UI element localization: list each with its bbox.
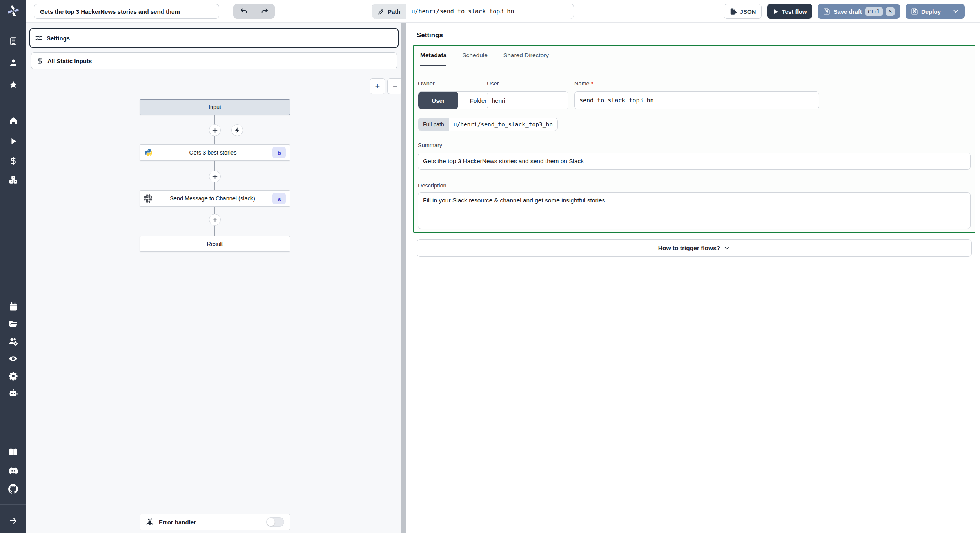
pencil-icon [378, 8, 385, 15]
runs-play-icon[interactable] [0, 133, 26, 149]
user-input[interactable] [487, 91, 568, 109]
groups-users-gear-icon[interactable] [0, 333, 26, 349]
save-draft-button[interactable]: Save draft Ctrl S [818, 4, 900, 19]
tab-shared-directory[interactable]: Shared Directory [503, 46, 549, 66]
path-value: u/henri/send_to_slack_top3_hn [406, 4, 520, 19]
flow-input-node[interactable]: Input [140, 99, 290, 115]
plus-icon [212, 173, 218, 180]
owner-option-user[interactable]: User [418, 92, 458, 109]
how-to-trigger-expander[interactable]: How to trigger flows? [417, 239, 972, 257]
name-label: Name* [574, 80, 593, 87]
user-label: User [487, 80, 499, 87]
test-flow-button[interactable]: Test flow [767, 4, 812, 19]
settings-tabbar: Metadata Schedule Shared Directory [414, 46, 975, 66]
zoom-in-button[interactable]: + [370, 78, 385, 94]
undo-button[interactable] [233, 4, 254, 19]
toggle-knob [267, 518, 275, 526]
button-divider [947, 7, 947, 16]
app-sidebar [0, 0, 26, 533]
all-static-inputs-label: All Static Inputs [47, 58, 92, 64]
resources-boxes-icon[interactable] [0, 172, 26, 187]
save-icon [823, 8, 830, 15]
deploy-button[interactable]: Deploy [906, 4, 965, 19]
summary-label: Summary [418, 142, 442, 148]
plus-icon [212, 127, 218, 134]
workspace-building-icon[interactable] [0, 33, 26, 49]
save-icon [911, 8, 918, 15]
slack-icon [144, 194, 152, 203]
tab-schedule[interactable]: Schedule [462, 46, 488, 66]
step-node-label: Send Message to Channel (slack) [152, 195, 272, 202]
play-icon [773, 9, 779, 15]
flow-summary-input[interactable] [34, 4, 219, 19]
variables-dollar-icon[interactable] [0, 153, 26, 169]
bug-icon [145, 518, 154, 526]
insert-step-button[interactable] [209, 124, 221, 136]
chevron-down-icon[interactable] [952, 8, 959, 15]
schedules-calendar-icon[interactable] [0, 299, 26, 315]
kbd-s: S [886, 7, 895, 16]
flow-settings-label: Settings [47, 35, 70, 42]
workers-bot-icon[interactable] [0, 385, 26, 401]
result-node-label: Result [207, 241, 223, 247]
trigger-zap-button[interactable] [231, 124, 243, 136]
github-icon[interactable] [0, 481, 26, 497]
insert-step-button[interactable] [209, 171, 221, 182]
description-label: Description [418, 182, 446, 189]
python-icon [144, 148, 153, 157]
tab-metadata[interactable]: Metadata [420, 46, 446, 66]
pane-resize-handle[interactable] [401, 23, 406, 533]
folders-icon[interactable] [0, 316, 26, 332]
flow-path-pill[interactable]: Path u/henri/send_to_slack_top3_hn [372, 4, 574, 19]
discord-icon[interactable] [0, 463, 26, 478]
settings-gear-icon[interactable] [0, 368, 26, 384]
description-textarea[interactable]: Fill in your Slack resource & channel an… [418, 192, 971, 229]
insert-step-button[interactable] [209, 214, 221, 226]
required-asterisk: * [591, 80, 593, 87]
audit-logs-eye-icon[interactable] [0, 351, 26, 366]
deploy-label: Deploy [921, 8, 941, 15]
settings-pane: Settings Metadata Schedule Shared Direct… [406, 23, 980, 533]
windmill-logo-icon[interactable] [0, 3, 26, 19]
export-json-button[interactable]: JSON [724, 4, 762, 19]
docs-book-icon[interactable] [0, 444, 26, 460]
test-flow-label: Test flow [782, 8, 807, 15]
full-path-label: Full path [418, 118, 449, 131]
metadata-box: Metadata Schedule Shared Directory Owner… [413, 45, 975, 233]
json-button-label: JSON [740, 8, 756, 15]
sidebar-divider [0, 504, 26, 505]
zap-icon [234, 127, 240, 133]
zoom-out-button[interactable]: − [387, 78, 401, 94]
flow-settings-button[interactable]: Settings [29, 28, 399, 48]
user-icon[interactable] [0, 55, 26, 71]
name-input[interactable] [574, 91, 819, 109]
flow-step-node-b[interactable]: Gets 3 best stories b [140, 144, 290, 161]
expand-sidebar-arrow-icon[interactable] [0, 513, 26, 529]
flow-step-node-a[interactable]: Send Message to Channel (slack) a [140, 190, 290, 207]
sidebar-divider [0, 98, 26, 98]
owner-label: Owner [418, 80, 435, 87]
step-id-badge: b [272, 147, 286, 158]
home-icon[interactable] [0, 113, 26, 129]
settings-pane-title: Settings [417, 31, 443, 39]
input-node-label: Input [209, 104, 221, 110]
sliders-icon [35, 34, 43, 42]
undo-redo-group [233, 4, 275, 19]
step-node-label: Gets 3 best stories [153, 149, 272, 156]
flow-result-node[interactable]: Result [140, 236, 290, 252]
summary-input[interactable] [418, 153, 971, 170]
full-path-pill: Full path u/henri/send_to_slack_top3_hn [418, 118, 558, 131]
redo-button[interactable] [254, 4, 275, 19]
flow-canvas-pane: Settings All Static Inputs + − Input [26, 23, 401, 533]
kbd-ctrl: Ctrl [865, 7, 883, 16]
error-handler-node[interactable]: Error handler [140, 514, 290, 530]
step-id-badge: a [272, 193, 286, 204]
error-handler-label: Error handler [159, 519, 261, 526]
favorites-star-icon[interactable] [0, 77, 26, 93]
error-handler-toggle[interactable] [266, 517, 284, 527]
dollar-icon [36, 57, 44, 65]
full-path-value: u/henri/send_to_slack_top3_hn [449, 118, 557, 131]
topbar: Path u/henri/send_to_slack_top3_hn JSON … [26, 0, 980, 23]
all-static-inputs-button[interactable]: All Static Inputs [31, 52, 397, 69]
save-draft-label: Save draft [833, 8, 862, 15]
